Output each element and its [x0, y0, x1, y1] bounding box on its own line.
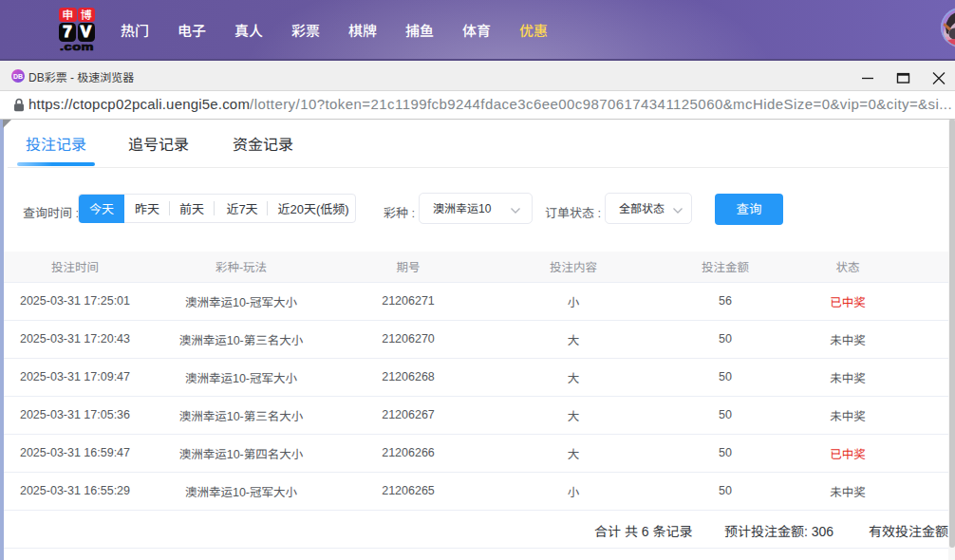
svg-text:DB: DB: [12, 72, 22, 79]
